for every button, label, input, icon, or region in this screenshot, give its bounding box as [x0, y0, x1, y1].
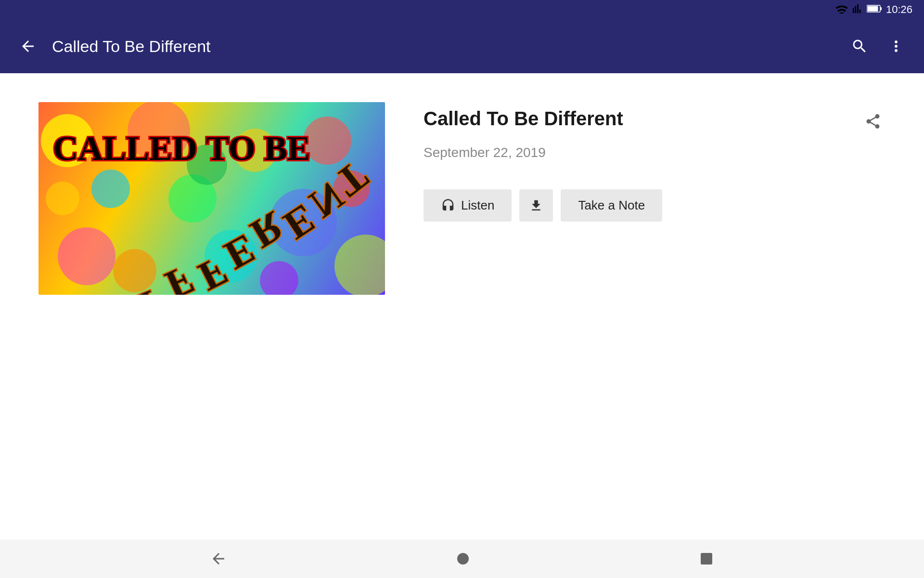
svg-rect-2: [867, 6, 878, 12]
status-bar: 10:26: [0, 0, 924, 19]
nav-overview-button[interactable]: [693, 545, 720, 572]
detail-title: Called To Be Different: [424, 107, 623, 130]
battery-icon: [867, 4, 882, 15]
take-note-button[interactable]: Take a Note: [561, 189, 662, 222]
status-time: 10:26: [886, 3, 912, 16]
nav-home-button[interactable]: [449, 544, 477, 573]
more-options-button[interactable]: [884, 34, 909, 59]
svg-rect-4: [701, 553, 712, 565]
wifi-icon: [835, 4, 848, 15]
svg-rect-1: [880, 7, 882, 10]
signal-icon: [852, 4, 863, 15]
content-area: Called To Be Different September 22, 201…: [0, 73, 924, 539]
search-button[interactable]: [847, 34, 872, 59]
note-label: Take a Note: [578, 198, 645, 212]
listen-button[interactable]: Listen: [424, 189, 512, 222]
svg-point-3: [457, 553, 469, 565]
detail-date: September 22, 2019: [424, 145, 886, 160]
detail-panel: Called To Be Different September 22, 201…: [424, 102, 886, 222]
sermon-thumbnail: [38, 102, 385, 295]
action-buttons: Listen Take a Note: [424, 189, 886, 222]
nav-back-button[interactable]: [204, 544, 233, 573]
listen-label: Listen: [461, 198, 494, 213]
app-bar: Called To Be Different: [0, 19, 924, 73]
nav-bar: [0, 539, 924, 578]
app-bar-title: Called To Be Different: [52, 37, 835, 56]
share-button[interactable]: [860, 109, 886, 135]
download-button[interactable]: [519, 189, 553, 222]
status-icons: 10:26: [835, 3, 912, 16]
back-button[interactable]: [15, 34, 40, 59]
detail-header: Called To Be Different: [424, 107, 886, 135]
